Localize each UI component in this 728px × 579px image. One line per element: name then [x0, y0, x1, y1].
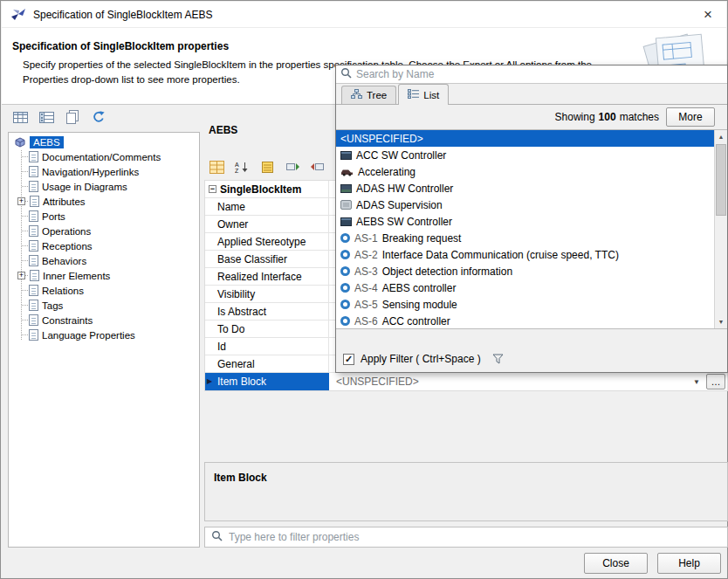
expand-icon[interactable]: +: [17, 197, 25, 205]
scroll-down-icon[interactable]: ▼: [715, 315, 727, 328]
list-item[interactable]: ADAS HW Controller: [336, 180, 714, 196]
scenario-icon: [340, 250, 350, 259]
navigation-tree: AEBS Documentation/Comments Navigation/H…: [8, 132, 200, 548]
collapse-nodes-icon[interactable]: [309, 158, 326, 176]
tree-item-attributes[interactable]: +Attributes: [9, 194, 199, 209]
tree-item-label: Attributes: [43, 196, 86, 207]
display-mode-icon[interactable]: [208, 158, 225, 176]
list-item[interactable]: AS-2Interface Data Communication (cruise…: [336, 246, 714, 263]
tree-item-operations[interactable]: Operations: [9, 224, 199, 238]
close-icon[interactable]: ×: [698, 5, 718, 24]
tree-item-relations[interactable]: Relations: [9, 283, 199, 298]
tree-item-constraints[interactable]: Constraints: [9, 313, 199, 327]
window-title: Specification of SingleBlockItem AEBS: [33, 9, 212, 21]
property-label: Applied Stereotype: [205, 233, 329, 250]
list-item-id: AS-4: [354, 282, 378, 294]
tree-item-usage-in-diagrams[interactable]: Usage in Diagrams: [9, 179, 199, 194]
list-item[interactable]: AS-1Breaking request: [336, 230, 714, 246]
document-icon: [30, 196, 39, 207]
sort-alphabetically-icon[interactable]: AZ: [233, 158, 251, 176]
list-item[interactable]: AEBS SW Controller: [336, 213, 714, 230]
properties-filter[interactable]: [204, 527, 728, 548]
property-row-item-block[interactable]: ▶ Item Block <UNSPECIFIED> ▼ …: [205, 373, 727, 390]
scenario-icon: [340, 316, 350, 326]
property-label: Owner: [205, 216, 329, 232]
scenario-icon: [340, 266, 350, 276]
row-marker-icon: ▶: [207, 377, 212, 385]
specification-table-icon[interactable]: [11, 108, 29, 126]
tree-item-label: Behaviors: [42, 256, 86, 266]
expand-icon[interactable]: +: [17, 272, 25, 279]
specification-dialog-icon: [10, 8, 26, 22]
property-label: Base Classifier: [205, 251, 329, 267]
list-item[interactable]: AS-5Sensing module: [336, 296, 714, 313]
list-item[interactable]: AS-4AEBS controller: [336, 279, 714, 296]
refresh-icon[interactable]: [90, 108, 107, 126]
filter-funnel-icon[interactable]: [492, 354, 504, 364]
tree-item-label: Tags: [42, 300, 63, 311]
list-item[interactable]: ADAS Supervision: [336, 196, 714, 213]
list-item-label: AEBS SW Controller: [356, 216, 452, 228]
list-item[interactable]: AS-6ACC controller: [336, 313, 714, 329]
tree-item-aebs[interactable]: AEBS: [9, 134, 199, 149]
hw-controller-block-icon: [340, 184, 352, 193]
ellipsis-button[interactable]: …: [706, 374, 725, 389]
tree-item-language-properties[interactable]: Language Properties: [9, 327, 199, 342]
item-block-value[interactable]: <UNSPECIFIED>: [329, 376, 689, 388]
property-label: ▶ Item Block: [205, 373, 329, 390]
matches-count-text: Showing 100 matches: [555, 111, 659, 123]
tab-list[interactable]: List: [398, 84, 449, 105]
document-icon: [29, 210, 38, 222]
filter-input[interactable]: [229, 531, 727, 543]
list-item[interactable]: AS-3Object detection information: [336, 263, 714, 279]
tree-item-receptions[interactable]: Receptions: [9, 238, 199, 253]
search-input[interactable]: [356, 68, 727, 80]
property-label: To Do: [205, 321, 329, 337]
scroll-up-icon[interactable]: ▲: [715, 130, 727, 143]
list-item-label: ADAS HW Controller: [356, 183, 453, 195]
list-item-id: AS-3: [354, 265, 378, 278]
title-bar: Specification of SingleBlockItem AEBS ×: [2, 2, 726, 28]
document-icon: [29, 300, 38, 311]
close-button[interactable]: Close: [584, 553, 648, 574]
tree-item-inner-elements[interactable]: +Inner Elements: [9, 268, 199, 283]
document-icon: [30, 270, 39, 281]
tree-view-icon[interactable]: [38, 108, 55, 126]
tree-item-label: Inner Elements: [43, 271, 110, 281]
list-item-unspecified[interactable]: <UNSPECIFIED>: [336, 130, 714, 147]
element-selection-dropdown: Tree List Showing 100 matches More <UNSP…: [335, 65, 728, 373]
selected-property-label: Item Block: [217, 376, 266, 388]
tree-item-behaviors[interactable]: Behaviors: [9, 253, 199, 268]
property-label: Name: [205, 198, 329, 215]
list-item-label: Accelerating: [358, 166, 416, 178]
tree-item-navigation[interactable]: Navigation/Hyperlinks: [9, 164, 199, 179]
tree-item-label: Ports: [42, 211, 65, 222]
item-block-value-editor[interactable]: <UNSPECIFIED> ▼ …: [329, 373, 727, 390]
help-button[interactable]: Help: [657, 553, 721, 574]
apply-filter-checkbox[interactable]: ✓: [343, 354, 354, 365]
list-item[interactable]: ACC SW Controller: [336, 147, 714, 163]
document-icon: [29, 151, 38, 162]
search-box[interactable]: [336, 65, 727, 84]
document-icon: [29, 314, 38, 326]
apply-filter-label: Apply Filter ( Ctrl+Space ): [361, 353, 481, 365]
copy-icon[interactable]: [64, 108, 81, 126]
tree-item-documentation[interactable]: Documentation/Comments: [9, 149, 199, 164]
header-title: Specification of SingleBlockItem propert…: [12, 40, 229, 52]
more-button[interactable]: More: [666, 107, 715, 127]
collapse-icon[interactable]: −: [209, 185, 216, 193]
scrollbar-thumb[interactable]: [716, 144, 726, 216]
property-label: Id: [205, 338, 329, 355]
tree-tab-icon: [351, 89, 362, 101]
combo-dropdown-icon[interactable]: ▼: [689, 373, 704, 390]
tree-item-ports[interactable]: Ports: [9, 209, 199, 224]
customize-form-icon[interactable]: [258, 158, 276, 176]
tree-item-label: Language Properties: [42, 330, 135, 341]
list-item-label: AEBS controller: [382, 282, 457, 294]
scrollbar[interactable]: ▲ ▼: [714, 130, 727, 328]
expand-nodes-icon[interactable]: [284, 158, 301, 176]
property-label: Visibility: [205, 286, 329, 302]
list-item[interactable]: Accelerating: [336, 163, 714, 180]
tree-item-tags[interactable]: Tags: [9, 298, 199, 313]
tab-tree[interactable]: Tree: [341, 86, 396, 104]
